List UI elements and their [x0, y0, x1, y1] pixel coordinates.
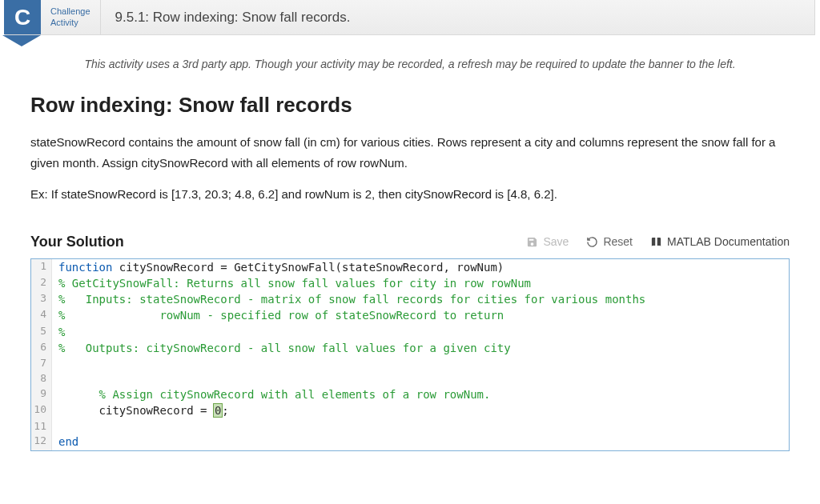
code-line: 9 % Assign citySnowRecord with all eleme… — [31, 386, 789, 402]
reset-button[interactable]: Reset — [586, 235, 633, 248]
code-line: 3% Inputs: stateSnowRecord - matrix of s… — [31, 291, 789, 307]
save-button[interactable]: Save — [526, 235, 569, 248]
editor-toolbar: Save Reset MATLAB Documentation — [526, 235, 790, 248]
line-number: 9 — [31, 386, 52, 402]
code-line: 8 — [31, 371, 789, 386]
code-line: 7 — [31, 356, 789, 371]
save-icon — [526, 236, 538, 248]
badge-ribbon-tail — [2, 35, 41, 46]
reset-label: Reset — [603, 235, 633, 248]
book-icon — [650, 236, 662, 248]
line-number: 2 — [31, 275, 52, 291]
line-number: 7 — [31, 356, 52, 371]
line-number: 6 — [31, 340, 52, 356]
third-party-notice: This activity uses a 3rd party app. Thou… — [30, 58, 790, 70]
line-number: 12 — [31, 434, 52, 450]
line-number: 8 — [31, 371, 52, 386]
code-line: 5% — [31, 324, 789, 340]
solution-label: Your Solution — [30, 234, 124, 250]
code-line: 4% rowNum - specified row of stateSnowRe… — [31, 307, 789, 323]
save-label: Save — [543, 235, 569, 248]
challenge-badge: C — [4, 0, 41, 34]
code-editor[interactable]: 1function citySnowRecord = GetCitySnowFa… — [30, 258, 790, 451]
line-number: 10 — [31, 402, 52, 418]
activity-title: 9.5.1: Row indexing: Snow fall records. — [101, 0, 351, 34]
code-line: 12end — [31, 434, 789, 450]
problem-example: Ex: If stateSnowRecord is [17.3, 20.3; 4… — [30, 184, 790, 205]
code-line: 10 citySnowRecord = 0; — [31, 402, 789, 418]
banner-label-bottom: Activity — [50, 18, 90, 28]
editor-cursor[interactable]: 0 — [214, 404, 222, 417]
content-area: This activity uses a 3rd party app. Thou… — [0, 35, 820, 451]
line-number: 5 — [31, 324, 52, 340]
code-line: 11 — [31, 419, 789, 434]
solution-header: Your Solution Save Reset MATLAB Document… — [30, 234, 790, 250]
matlab-doc-link[interactable]: MATLAB Documentation — [650, 235, 790, 248]
badge-letter: C — [14, 5, 30, 30]
line-number: 11 — [31, 419, 52, 434]
code-line: 6% Outputs: citySnowRecord - all snow fa… — [31, 340, 789, 356]
page-heading: Row indexing: Snow fall records — [30, 93, 790, 118]
banner-labels: Challenge Activity — [41, 0, 101, 34]
activity-banner: C Challenge Activity 9.5.1: Row indexing… — [5, 0, 815, 35]
code-line: 2% GetCitySnowFall: Returns all snow fal… — [31, 275, 789, 291]
problem-description: stateSnowRecord contains the amount of s… — [30, 132, 790, 173]
reset-icon — [586, 236, 598, 248]
line-number: 1 — [31, 259, 52, 275]
line-number: 4 — [31, 307, 52, 323]
code-line: 1function citySnowRecord = GetCitySnowFa… — [31, 259, 789, 275]
banner-label-top: Challenge — [50, 6, 90, 17]
doc-label: MATLAB Documentation — [667, 235, 790, 248]
line-number: 3 — [31, 291, 52, 307]
